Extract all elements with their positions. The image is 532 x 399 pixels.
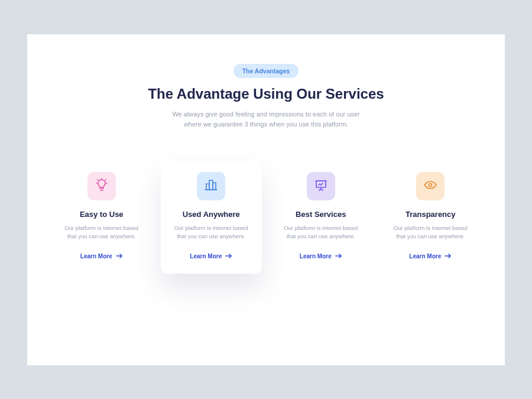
svg-point-17 [429, 183, 432, 186]
arrow-right-icon [225, 253, 232, 260]
learn-more-link[interactable]: Learn More [409, 253, 452, 260]
arrow-right-icon [445, 253, 452, 260]
card-desc: Our platform is internet based that you … [276, 224, 366, 241]
card-desc: Our platform is internet based that you … [57, 224, 147, 241]
card-easy-to-use: Easy to Use Our platform is internet bas… [51, 161, 153, 274]
buildings-icon [204, 178, 218, 194]
card-title: Transparency [386, 210, 476, 219]
svg-rect-6 [209, 180, 213, 190]
card-title: Easy to Use [57, 210, 147, 219]
lightbulb-icon [95, 178, 109, 194]
svg-rect-8 [213, 183, 216, 190]
icon-tile [307, 172, 335, 200]
card-title: Used Anywhere [167, 210, 257, 219]
arrow-right-icon [335, 253, 342, 260]
advantages-section: The Advantages The Advantage Using Our S… [27, 34, 505, 365]
cards-grid: Easy to Use Our platform is internet bas… [51, 161, 481, 274]
section-title: The Advantage Using Our Services [51, 86, 481, 102]
learn-more-link[interactable]: Learn More [190, 253, 232, 260]
presentation-icon [314, 178, 328, 194]
card-best-services: Best Services Our platform is internet b… [270, 161, 372, 274]
eye-icon [423, 178, 437, 194]
icon-tile [197, 172, 225, 200]
svg-line-4 [105, 179, 106, 180]
icon-tile [416, 172, 445, 200]
svg-line-15 [321, 189, 323, 190]
section-header: The Advantages The Advantage Using Our S… [51, 64, 481, 129]
section-pill: The Advantages [233, 64, 299, 78]
svg-line-3 [98, 179, 98, 180]
card-title: Best Services [276, 210, 366, 219]
card-desc: Our platform is internet based that you … [386, 224, 476, 241]
learn-more-link[interactable]: Learn More [300, 253, 342, 260]
svg-rect-7 [206, 184, 209, 190]
learn-more-link[interactable]: Learn More [80, 253, 123, 260]
card-transparency: Transparency Our platform is internet ba… [380, 161, 482, 274]
card-used-anywhere: Used Anywhere Our platform is internet b… [161, 161, 262, 274]
icon-tile [87, 172, 116, 200]
arrow-right-icon [116, 253, 123, 260]
svg-rect-11 [316, 181, 326, 187]
card-desc: Our platform is internet based that you … [167, 224, 257, 241]
section-subtitle: We always give good feeling and impressi… [163, 109, 369, 129]
